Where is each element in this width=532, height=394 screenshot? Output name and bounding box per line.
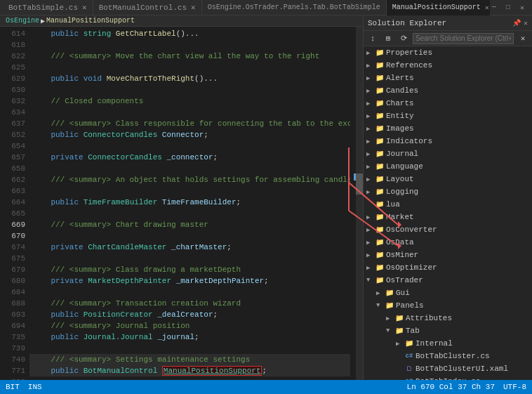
tree-item-layout[interactable]: ▶ 📁 Layout bbox=[364, 173, 532, 185]
code-content[interactable]: public string GetChartLabel()... /// <su… bbox=[29, 27, 350, 394]
tree-item-alerts[interactable]: ▶ 📁 Alerts bbox=[364, 72, 532, 84]
tree-item-language[interactable]: ▶ 📁 Language bbox=[364, 160, 532, 173]
solution-pin-icon[interactable]: 📌 bbox=[512, 19, 521, 27]
breadcrumb-class: OsEngine bbox=[6, 17, 39, 25]
tree-arrow: ▶ bbox=[366, 188, 375, 196]
solution-close-icon[interactable]: ✕ bbox=[524, 19, 528, 27]
tab-manualpos[interactable]: ManualPositionSupport ✕ bbox=[387, 0, 490, 15]
tree-item-journal[interactable]: ▶ 📁 Journal bbox=[364, 147, 532, 160]
code-line bbox=[29, 107, 350, 118]
tree-label: Layout bbox=[386, 175, 414, 183]
tree-item-osconverter[interactable]: ▶ 📁 OsConverter bbox=[364, 223, 532, 236]
folder-icon: 📁 bbox=[375, 212, 385, 222]
code-line bbox=[29, 253, 350, 264]
solution-tree[interactable]: ▶ 📁 Properties ▶ 📁 References ▶ 📁 Alerts… bbox=[364, 46, 532, 394]
status-bar: BIT INS Ln 670 Col 37 Ch 37 UTF-8 bbox=[0, 380, 532, 394]
scrollbar-thumb[interactable] bbox=[356, 173, 363, 195]
tree-item-attributes[interactable]: ▶ 📁 Attributes bbox=[364, 312, 532, 324]
status-encoding: UTF-8 bbox=[503, 383, 526, 391]
tree-item-osoptimizer[interactable]: ▶ 📁 OsOptimizer bbox=[364, 261, 532, 274]
tree-label: References bbox=[386, 61, 432, 70]
solution-panel: Solution Explorer 📌 ✕ ↕ ⊞ ⟳ ✕ ▶ 📁 Proper… bbox=[364, 15, 532, 394]
tab-botmanual[interactable]: BotManualControl.cs ✕ bbox=[93, 0, 202, 15]
code-line: public void MoveChartToTheRight()... bbox=[29, 73, 350, 84]
folder-icon: 📁 bbox=[375, 275, 385, 285]
tree-item-indicators[interactable]: ▶ 📁 Indicators bbox=[364, 135, 532, 147]
sol-sync-btn[interactable]: ↕ bbox=[366, 32, 379, 45]
folder-icon: 📁 bbox=[375, 98, 385, 108]
tab-boxtabsimple2-label: OsEngine.OsTrader.Panels.Tab.BotTabSimpl… bbox=[208, 4, 380, 11]
status-line-col: Ln 670 Col 37 Ch 37 bbox=[407, 383, 495, 391]
tab-manualpos-close[interactable]: ✕ bbox=[485, 4, 489, 12]
tree-item-bottabcluster-cs[interactable]: ▶ c# BotTabCluster.cs bbox=[364, 350, 532, 362]
sol-refresh-btn[interactable]: ⟳ bbox=[397, 32, 410, 45]
code-panel[interactable]: OsEngine ▶ ManualPositionSupport 614 618… bbox=[0, 15, 364, 394]
tree-item-properties[interactable]: ▶ 📁 Properties bbox=[364, 46, 532, 59]
code-line bbox=[29, 185, 350, 197]
tree-item-gui[interactable]: ▶ 📁 Gui bbox=[364, 287, 532, 299]
close-btn[interactable]: ✕ bbox=[518, 4, 526, 12]
tab-bottabsimple-close[interactable]: ✕ bbox=[82, 3, 87, 12]
vertical-scrollbar[interactable] bbox=[356, 27, 363, 394]
tree-arrow: ▶ bbox=[386, 315, 394, 322]
tree-arrow: ▶ bbox=[366, 62, 375, 70]
tree-label: OsConverter bbox=[386, 225, 437, 234]
main-container: OsEngine ▶ ManualPositionSupport 614 618… bbox=[0, 15, 532, 394]
solution-title: Solution Explorer bbox=[368, 19, 446, 27]
tab-boxtabsimple2[interactable]: OsEngine.OsTrader.Panels.Tab.BotTabSimpl… bbox=[202, 0, 387, 15]
tree-item-bottabclusterui-xaml[interactable]: ▶ 🗋 BotTabClusterUI.xaml bbox=[364, 362, 532, 375]
code-line: /// <summary> Class drawing a marketDept… bbox=[29, 264, 350, 275]
tree-item-lua[interactable]: ▶ 📁 lua bbox=[364, 198, 532, 211]
tree-arrow: ▶ bbox=[366, 214, 375, 221]
cs-file-icon: c# bbox=[404, 351, 414, 361]
folder-icon: 📁 bbox=[375, 60, 385, 70]
tree-arrow: ▶ bbox=[366, 176, 375, 183]
tree-item-tab[interactable]: ▼ 📁 Tab bbox=[364, 324, 532, 337]
tree-item-panels[interactable]: ▼ 📁 Panels bbox=[364, 299, 532, 312]
tree-item-osminer[interactable]: ▶ 📁 OsMiner bbox=[364, 249, 532, 261]
tree-arrow: ▶ bbox=[366, 87, 375, 95]
sol-filter-btn[interactable]: ⊞ bbox=[382, 32, 394, 45]
tree-label: OsOptimizer bbox=[386, 263, 437, 272]
folder-icon: 📁 bbox=[375, 225, 385, 235]
minimize-btn[interactable]: ─ bbox=[490, 4, 498, 12]
code-line bbox=[29, 84, 350, 96]
tab-manualpos-label: ManualPositionSupport bbox=[392, 4, 481, 11]
folder-icon: 📁 bbox=[375, 73, 385, 83]
tree-arrow: ▶ bbox=[396, 340, 404, 348]
tree-item-internal[interactable]: ▶ 📁 Internal bbox=[364, 337, 532, 350]
tree-item-charts[interactable]: ▶ 📁 Charts bbox=[364, 97, 532, 110]
tree-label: Journal bbox=[386, 150, 418, 158]
code-line: private MarketDepthPainter _marketDepthP… bbox=[29, 275, 350, 287]
tab-botmanual-close[interactable]: ✕ bbox=[191, 3, 196, 12]
tree-label: Internal bbox=[415, 339, 453, 348]
folder-icon: 📁 bbox=[375, 263, 385, 272]
tab-botmanual-label: BotManualControl.cs bbox=[99, 4, 187, 12]
code-line-669: /// <summary> Settings maintenance setti… bbox=[29, 354, 350, 365]
tree-item-osdata[interactable]: ▶ 📁 OsData bbox=[364, 236, 532, 249]
tree-item-images[interactable]: ▶ 📁 Images bbox=[364, 122, 532, 135]
tree-label: Properties bbox=[386, 48, 432, 57]
status-mode: INS bbox=[28, 383, 42, 391]
tree-item-entity[interactable]: ▶ 📁 Entity bbox=[364, 110, 532, 122]
tree-item-references[interactable]: ▶ 📁 References bbox=[364, 59, 532, 72]
solution-search-input[interactable] bbox=[413, 33, 514, 44]
maximize-btn[interactable]: □ bbox=[504, 4, 512, 12]
folder-icon: 📁 bbox=[375, 124, 385, 133]
tree-item-logging[interactable]: ▶ 📁 Logging bbox=[364, 185, 532, 198]
tab-bottabsimple[interactable]: BotTabSimple.cs ✕ bbox=[3, 0, 93, 15]
line-numbers: 614 618 622 625 629 630 632 634 637 652 bbox=[0, 27, 29, 394]
title-bar: BotTabSimple.cs ✕ BotManualControl.cs ✕ … bbox=[0, 0, 532, 15]
sol-search-btn[interactable]: ✕ bbox=[517, 32, 529, 45]
folder-icon: 📁 bbox=[375, 162, 385, 171]
tree-arrow: ▼ bbox=[366, 277, 375, 284]
xaml-file-icon: 🗋 bbox=[404, 364, 414, 374]
tree-arrow: ▶ bbox=[366, 49, 375, 57]
code-line: private ConnectorCandles _connector; bbox=[29, 152, 350, 163]
solution-header: Solution Explorer 📌 ✕ bbox=[364, 15, 532, 31]
tree-item-candles[interactable]: ▶ 📁 Candles bbox=[364, 84, 532, 97]
tree-arrow: ▶ bbox=[366, 138, 375, 145]
tree-item-market[interactable]: ▶ 📁 Market bbox=[364, 211, 532, 223]
code-line: public TimeFrameBuilder TimeFrameBuilder… bbox=[29, 197, 350, 208]
tree-item-ostrader[interactable]: ▼ 📁 OsTrader bbox=[364, 274, 532, 287]
